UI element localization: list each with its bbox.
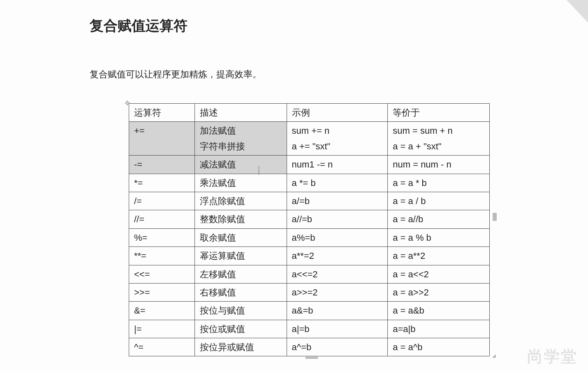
cell-description: 取余赋值 <box>194 228 287 246</box>
cell-operator: -= <box>129 156 195 174</box>
table-header-row: 运算符 描述 示例 等价于 <box>129 104 490 122</box>
cell-operator: >>= <box>129 283 195 301</box>
cell-equivalent: sum = sum + na = a + "sxt" <box>388 122 490 156</box>
table-row: *=乘法赋值a *= ba = a * b <box>129 174 490 192</box>
cell-description: 按位与赋值 <box>194 302 287 320</box>
cell-example: a&=b <box>287 302 388 320</box>
cell-example: a^=b <box>287 338 388 356</box>
table-row: <<=左移赋值a<<=2a = a<<2 <box>129 265 490 283</box>
header-equivalent: 等价于 <box>388 104 490 122</box>
header-example: 示例 <box>287 104 388 122</box>
table-row: //=整数除赋值a//=ba = a//b <box>129 210 490 228</box>
cell-description: 浮点除赋值 <box>194 192 287 210</box>
table-row: |=按位或赋值a|=ba=a|b <box>129 320 490 338</box>
cell-example: a>>=2 <box>287 283 388 301</box>
cell-equivalent: a = a>>2 <box>388 283 490 301</box>
cell-equivalent: num = num - n <box>388 156 490 174</box>
cell-equivalent: a = a<<2 <box>388 265 490 283</box>
cell-example: sum += na += "sxt" <box>287 122 388 156</box>
cell-operator: *= <box>129 174 195 192</box>
cell-description: 左移赋值 <box>194 265 287 283</box>
text-cursor-icon <box>259 166 259 175</box>
cell-description: 减法赋值 <box>194 156 287 174</box>
cell-description: 整数除赋值 <box>194 210 287 228</box>
bottom-handle-icon[interactable] <box>306 356 318 359</box>
page-title: 复合赋值运算符 <box>90 16 493 35</box>
intro-text: 复合赋值可以让程序更加精炼，提高效率。 <box>90 68 493 81</box>
table-row: +=加法赋值字符串拼接sum += na += "sxt"sum = sum +… <box>129 122 490 156</box>
cell-equivalent: a = a**2 <box>388 247 490 265</box>
cell-operator: &= <box>129 302 195 320</box>
cell-description: 按位或赋值 <box>194 320 287 338</box>
cell-example: a//=b <box>287 210 388 228</box>
resize-handle-icon[interactable]: ◢ <box>492 353 495 358</box>
cell-operator: /= <box>129 192 195 210</box>
document-content: 复合赋值运算符 复合赋值可以让程序更加精炼，提高效率。 ✥ 运算符 描述 示例 … <box>0 0 493 372</box>
cell-example: a%=b <box>287 228 388 246</box>
cell-description: 右移赋值 <box>194 283 287 301</box>
table-row: -=减法赋值num1 -= nnum = num - n <box>129 156 490 174</box>
cell-operator: <<= <box>129 265 195 283</box>
cell-description: 乘法赋值 <box>194 174 287 192</box>
cell-equivalent: a = a^b <box>388 338 490 356</box>
cell-equivalent: a = a / b <box>388 192 490 210</box>
cell-example: a|=b <box>287 320 388 338</box>
cell-equivalent: a = a//b <box>388 210 490 228</box>
cell-example: a<<=2 <box>287 265 388 283</box>
cell-example: a**=2 <box>287 247 388 265</box>
watermark-text: 尚学堂 <box>527 346 578 367</box>
corner-fold-icon <box>555 0 588 23</box>
cell-example: a *= b <box>287 174 388 192</box>
header-description: 描述 <box>194 104 287 122</box>
table-row: /=浮点除赋值a/=ba = a / b <box>129 192 490 210</box>
cell-equivalent: a=a|b <box>388 320 490 338</box>
cell-description: 加法赋值字符串拼接 <box>194 122 287 156</box>
cell-operator: //= <box>129 210 195 228</box>
cell-example: a/=b <box>287 192 388 210</box>
cell-description: 幂运算赋值 <box>194 247 287 265</box>
header-operator: 运算符 <box>129 104 195 122</box>
cell-operator: |= <box>129 320 195 338</box>
table-row: >>=右移赋值a>>=2a = a>>2 <box>129 283 490 301</box>
table-row: ^=按位异或赋值a^=ba = a^b <box>129 338 490 356</box>
cell-operator: %= <box>129 228 195 246</box>
table-row: %=取余赋值a%=ba = a % b <box>129 228 490 246</box>
move-handle-icon[interactable]: ✥ <box>125 99 130 107</box>
table-row: &=按位与赋值a&=ba = a&b <box>129 302 490 320</box>
cell-equivalent: a = a&b <box>388 302 490 320</box>
operators-table: 运算符 描述 示例 等价于 +=加法赋值字符串拼接sum += na += "s… <box>129 103 490 356</box>
cell-operator: ^= <box>129 338 195 356</box>
cell-operator: += <box>129 122 195 156</box>
scroll-indicator-icon <box>493 213 497 221</box>
cell-example: num1 -= n <box>287 156 388 174</box>
cell-description: 按位异或赋值 <box>194 338 287 356</box>
table-row: **=幂运算赋值a**=2a = a**2 <box>129 247 490 265</box>
table-container: ✥ 运算符 描述 示例 等价于 +=加法赋值字符串拼接sum += na += … <box>129 103 493 356</box>
cell-equivalent: a = a % b <box>388 228 490 246</box>
cell-operator: **= <box>129 247 195 265</box>
cell-equivalent: a = a * b <box>388 174 490 192</box>
